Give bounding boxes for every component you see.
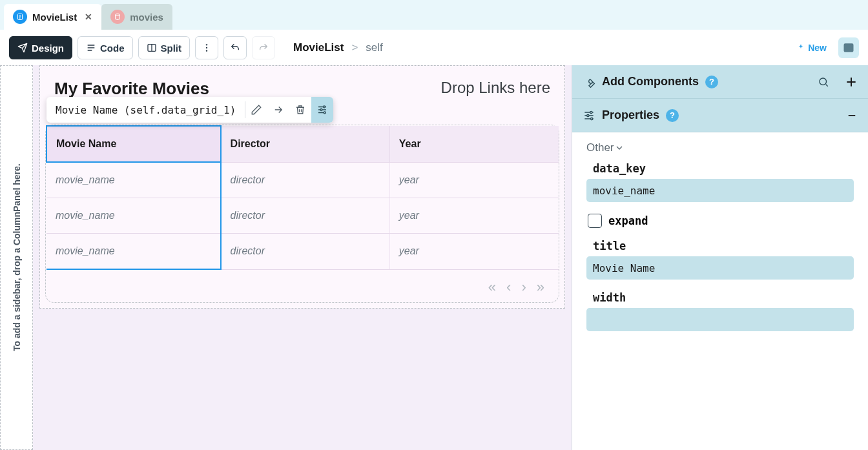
toolbar: Design Code Split MovieList > self New	[0, 30, 868, 65]
svg-point-4	[206, 47, 207, 48]
search-icon[interactable]	[818, 76, 829, 88]
svg-point-11	[590, 111, 592, 113]
edit-bar: Movie Name (self.data_grid_1)	[46, 97, 333, 123]
delete-button[interactable]	[289, 97, 311, 123]
grid-cell: director	[221, 198, 390, 234]
new-label: New	[808, 43, 827, 53]
svg-point-9	[324, 112, 326, 114]
other-label: Other	[586, 141, 614, 154]
form-icon	[13, 10, 27, 24]
svg-point-12	[587, 114, 589, 116]
sparkle-icon	[796, 43, 805, 52]
edit-button[interactable]	[245, 97, 267, 123]
panel-right-icon	[843, 42, 854, 54]
grid-cell: year	[389, 162, 559, 198]
right-panel: Add Components ? Properties ? Other	[572, 65, 868, 450]
toggle-panel-button[interactable]	[838, 37, 859, 58]
prop-label: data_key	[586, 162, 854, 175]
undo-icon	[230, 43, 240, 53]
other-group[interactable]: Other	[586, 141, 854, 154]
properties-section: Properties ? Other data_key expand	[572, 99, 868, 352]
redo-button[interactable]	[252, 36, 275, 59]
links-dropzone[interactable]: Drop Links here	[441, 79, 550, 99]
prop-expand[interactable]: expand	[586, 214, 854, 228]
page-title[interactable]: My Favorite Movies	[54, 79, 209, 99]
new-button[interactable]: New	[796, 43, 827, 53]
grid-header-movie-name[interactable]: Movie Name	[46, 126, 221, 162]
page-last-icon[interactable]: »	[537, 279, 544, 296]
table-row[interactable]: movie_name director year	[46, 198, 559, 234]
paper-plane-icon	[17, 43, 28, 53]
chevron-down-icon	[614, 143, 625, 153]
prop-width: width	[586, 291, 854, 331]
table-row[interactable]: movie_name director year	[46, 234, 559, 270]
page-next-icon[interactable]: ›	[521, 279, 526, 296]
add-components-section: Add Components ?	[572, 65, 868, 99]
prop-title: title	[586, 240, 854, 280]
redo-icon	[258, 43, 269, 53]
add-components-header[interactable]: Add Components ?	[572, 65, 868, 99]
add-components-label: Add Components	[602, 75, 699, 88]
close-icon[interactable]: ✕	[85, 12, 92, 22]
split-icon	[147, 43, 157, 53]
goto-button[interactable]	[267, 97, 289, 123]
chevron-right-icon: >	[351, 41, 358, 54]
grid-cell: movie_name	[46, 234, 221, 270]
expand-checkbox[interactable]	[588, 214, 602, 228]
svg-point-3	[206, 44, 207, 45]
code-label: Code	[100, 43, 125, 54]
sliders-icon	[316, 104, 328, 116]
tab-movies[interactable]: movies	[101, 4, 172, 30]
wrench-icon	[583, 76, 595, 88]
grid-cell: director	[221, 162, 390, 198]
split-button[interactable]: Split	[138, 36, 191, 59]
settings-button[interactable]	[311, 97, 333, 123]
grid-cell: movie_name	[46, 198, 221, 234]
undo-button[interactable]	[223, 36, 247, 59]
data-grid[interactable]: Movie Name Director Year movie_name dire…	[45, 125, 559, 303]
pencil-icon	[251, 104, 262, 116]
table-row[interactable]: movie_name director year	[46, 162, 559, 198]
split-label: Split	[161, 43, 182, 54]
svg-point-10	[820, 78, 827, 85]
grid-header-director[interactable]: Director	[221, 126, 390, 162]
minus-icon[interactable]	[846, 110, 858, 121]
db-icon	[110, 10, 125, 24]
grid-header-year[interactable]: Year	[389, 126, 559, 162]
grid-pagination: « ‹ › »	[46, 270, 559, 296]
breadcrumb-root[interactable]: MovieList	[293, 41, 344, 54]
breadcrumb: MovieList > self	[293, 41, 383, 54]
form-panel[interactable]: My Favorite Movies Drop Links here Movie…	[39, 65, 565, 309]
sliders-icon	[583, 109, 595, 122]
sidebar-dropzone[interactable]: To add a sidebar, drop a ColumnPanel her…	[0, 65, 33, 450]
prop-label: width	[586, 291, 854, 304]
grid-cell: year	[389, 234, 559, 270]
plus-icon[interactable]	[845, 76, 858, 88]
data-key-input[interactable]	[586, 179, 854, 202]
help-icon[interactable]: ?	[705, 76, 718, 88]
svg-rect-6	[844, 44, 853, 52]
properties-header[interactable]: Properties ?	[572, 99, 868, 132]
canvas-inner: My Favorite Movies Drop Links here Movie…	[33, 65, 572, 450]
grid-cell: movie_name	[46, 162, 221, 198]
code-button[interactable]: Code	[78, 36, 133, 59]
prop-data-key: data_key	[586, 162, 854, 202]
prop-label: title	[586, 240, 854, 252]
breadcrumb-leaf[interactable]: self	[366, 41, 382, 54]
title-input[interactable]	[586, 256, 854, 280]
canvas-area: To add a sidebar, drop a ColumnPanel her…	[0, 65, 572, 450]
page-prev-icon[interactable]: ‹	[506, 279, 511, 296]
svg-point-8	[320, 109, 322, 111]
page-first-icon[interactable]: «	[488, 279, 496, 296]
tabs-bar: MovieList ✕ movies	[0, 0, 868, 30]
help-icon[interactable]: ?	[666, 109, 679, 122]
width-input[interactable]	[586, 308, 854, 331]
edit-bar-title: Movie Name (self.data_grid_1)	[46, 104, 245, 116]
more-button[interactable]	[195, 36, 218, 59]
arrow-right-icon	[273, 104, 284, 116]
expand-label: expand	[608, 214, 648, 227]
list-icon	[86, 43, 96, 53]
tab-label: movies	[130, 12, 163, 23]
design-button[interactable]: Design	[9, 36, 72, 59]
tab-movielist[interactable]: MovieList ✕	[4, 4, 101, 30]
